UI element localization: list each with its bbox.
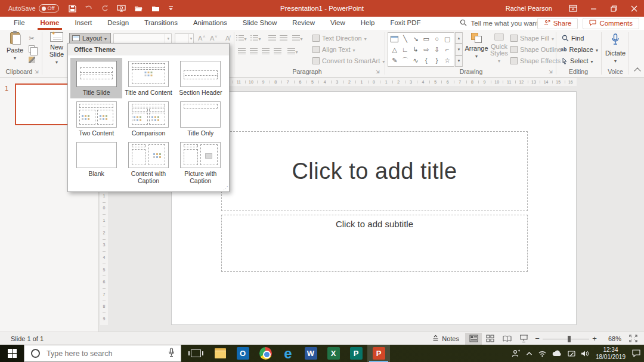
text-direction-button[interactable]: Text Direction bbox=[312, 35, 367, 42]
layout-option-title-only[interactable]: Title Only bbox=[175, 98, 227, 139]
share-button[interactable]: Share bbox=[537, 18, 578, 29]
shape-arc-icon[interactable]: ⌒ bbox=[400, 55, 411, 66]
tab-view[interactable]: View bbox=[323, 17, 353, 30]
start-button[interactable] bbox=[0, 345, 24, 362]
open-folder-icon[interactable] bbox=[134, 5, 143, 12]
tab-design[interactable]: Design bbox=[100, 17, 137, 30]
shape-star-icon[interactable]: ☆ bbox=[442, 55, 453, 66]
autosave-toggle[interactable]: AutoSave Off bbox=[8, 4, 59, 13]
taskbar-edge-icon[interactable]: e bbox=[277, 345, 299, 362]
task-view-icon[interactable] bbox=[191, 349, 201, 357]
people-icon[interactable] bbox=[512, 349, 521, 357]
normal-view-button[interactable] bbox=[465, 333, 482, 345]
tab-slide-show[interactable]: Slide Show bbox=[235, 17, 285, 30]
network-icon[interactable] bbox=[538, 350, 547, 357]
zoom-level[interactable]: 68% bbox=[601, 335, 621, 342]
collapse-ribbon-icon[interactable] bbox=[633, 67, 642, 73]
taskbar-powerpoint-icon[interactable]: P bbox=[367, 345, 390, 362]
start-from-beginning-icon[interactable] bbox=[117, 5, 126, 13]
layout-option-two-content[interactable]: Two Content bbox=[70, 98, 122, 139]
redo-icon[interactable] bbox=[101, 5, 109, 12]
shape-curve-icon[interactable]: ∿ bbox=[410, 55, 421, 66]
zoom-slider[interactable] bbox=[543, 333, 589, 345]
shape-outline-button[interactable]: Shape Outline bbox=[510, 46, 566, 53]
layout-option-section-header[interactable]: Section Header bbox=[175, 58, 227, 98]
decrease-font-size-icon[interactable]: A˅ bbox=[210, 35, 217, 42]
cut-icon[interactable]: ✂ bbox=[26, 33, 37, 43]
tab-insert[interactable]: Insert bbox=[67, 17, 100, 30]
onedrive-icon[interactable] bbox=[552, 350, 562, 357]
taskbar-word-icon[interactable]: W bbox=[299, 345, 322, 362]
shape-rectangle-icon[interactable]: ▭ bbox=[421, 33, 432, 44]
pen-icon[interactable] bbox=[568, 350, 575, 357]
zoom-out-button[interactable]: − bbox=[532, 334, 543, 343]
folder-icon[interactable] bbox=[151, 5, 160, 12]
microphone-icon[interactable] bbox=[168, 348, 175, 360]
slide-show-view-button[interactable] bbox=[515, 333, 532, 345]
tab-transitions[interactable]: Transitions bbox=[137, 17, 185, 30]
copy-icon[interactable] bbox=[26, 44, 37, 54]
justify-icon[interactable] bbox=[272, 47, 283, 56]
taskbar-search-input[interactable] bbox=[45, 349, 168, 358]
dictate-button[interactable]: Dictate bbox=[603, 32, 627, 69]
horizontal-ruler[interactable]: 1615141312111098765432101234567891011121… bbox=[171, 78, 577, 86]
subtitle-placeholder[interactable]: Click to add subtitle bbox=[221, 215, 528, 272]
layout-button[interactable]: Layout bbox=[69, 33, 111, 44]
font-size-input[interactable] bbox=[175, 34, 188, 44]
clear-formatting-icon[interactable]: A̸ bbox=[225, 35, 230, 42]
align-center-icon[interactable] bbox=[248, 47, 259, 56]
taskbar-file-explorer-icon[interactable] bbox=[209, 345, 231, 362]
shape-triangle-icon[interactable]: △ bbox=[389, 44, 400, 55]
taskbar-publisher-icon[interactable]: P bbox=[345, 345, 367, 362]
taskbar-outlook-icon[interactable]: O bbox=[231, 345, 254, 362]
convert-to-smartart-button[interactable]: Convert to SmartArt bbox=[312, 57, 385, 64]
action-center-icon[interactable] bbox=[632, 349, 640, 357]
align-text-button[interactable]: Align Text bbox=[312, 46, 355, 53]
paste-dropdown-caret[interactable] bbox=[14, 54, 16, 61]
zoom-in-button[interactable]: + bbox=[589, 334, 600, 343]
shape-oval-icon[interactable]: ○ bbox=[432, 33, 442, 44]
quick-styles-button[interactable]: Quick Styles bbox=[488, 33, 510, 64]
replace-button[interactable]: ab Replace bbox=[561, 46, 598, 53]
signed-in-user[interactable]: Rachel Pearson bbox=[506, 5, 552, 12]
find-button[interactable]: Find bbox=[562, 35, 584, 42]
close-button[interactable] bbox=[624, 0, 644, 17]
slide-sorter-view-button[interactable] bbox=[482, 333, 499, 345]
layout-option-title-slide[interactable]: Title Slide bbox=[70, 58, 122, 98]
layout-option-blank[interactable]: Blank bbox=[70, 139, 122, 187]
shape-effects-button[interactable]: Shape Effects bbox=[510, 57, 565, 64]
shape-rounded-rectangle-icon[interactable]: ▢ bbox=[442, 33, 453, 44]
shape-text-box-icon[interactable] bbox=[389, 33, 400, 44]
title-placeholder[interactable]: Click to add title bbox=[221, 131, 528, 211]
shape-left-brace-icon[interactable]: { bbox=[421, 55, 432, 66]
paragraph-dialog-launcher-icon[interactable]: ⇲ bbox=[376, 69, 380, 75]
format-painter-icon[interactable] bbox=[26, 55, 37, 64]
shape-right-arrow-icon[interactable]: ⇨ bbox=[421, 44, 432, 55]
comments-button[interactable]: Comments bbox=[583, 18, 639, 29]
shape-elbow-connector-icon[interactable]: ∟ bbox=[400, 44, 411, 55]
shapes-scroll-down-icon[interactable]: ▼ bbox=[455, 44, 463, 55]
tab-animations[interactable]: Animations bbox=[185, 17, 235, 30]
save-icon[interactable] bbox=[69, 5, 76, 13]
paste-button[interactable]: Paste bbox=[4, 32, 26, 61]
layout-option-picture-with-caption[interactable]: Picture with Caption bbox=[175, 139, 227, 187]
undo-icon[interactable] bbox=[85, 5, 93, 12]
columns-icon[interactable] bbox=[287, 47, 298, 56]
zoom-slider-thumb[interactable] bbox=[568, 336, 571, 342]
font-size-caret-icon[interactable]: ▾ bbox=[188, 34, 193, 44]
align-right-icon[interactable] bbox=[260, 47, 271, 56]
notes-button[interactable]: Notes bbox=[426, 335, 465, 342]
menu-resize-handle[interactable]: ⋰ bbox=[223, 185, 228, 191]
taskbar-search-box[interactable] bbox=[24, 345, 181, 362]
select-button[interactable]: Select bbox=[562, 57, 593, 64]
fit-slide-to-window-button[interactable] bbox=[625, 333, 642, 345]
minimize-button[interactable] bbox=[583, 0, 603, 17]
shape-down-arrow-icon[interactable]: ⇩ bbox=[432, 44, 442, 55]
layout-option-comparison[interactable]: Comparison bbox=[122, 98, 174, 139]
new-slide-dropdown-caret[interactable] bbox=[55, 58, 58, 65]
arrange-button[interactable]: Arrange bbox=[465, 33, 488, 59]
slide-canvas[interactable]: Click to add title Click to add subtitle bbox=[171, 91, 577, 325]
restore-button[interactable] bbox=[603, 0, 624, 17]
shape-fill-button[interactable]: Shape Fill bbox=[510, 35, 554, 42]
layout-option-content-with-caption[interactable]: Content with Caption bbox=[122, 139, 174, 187]
